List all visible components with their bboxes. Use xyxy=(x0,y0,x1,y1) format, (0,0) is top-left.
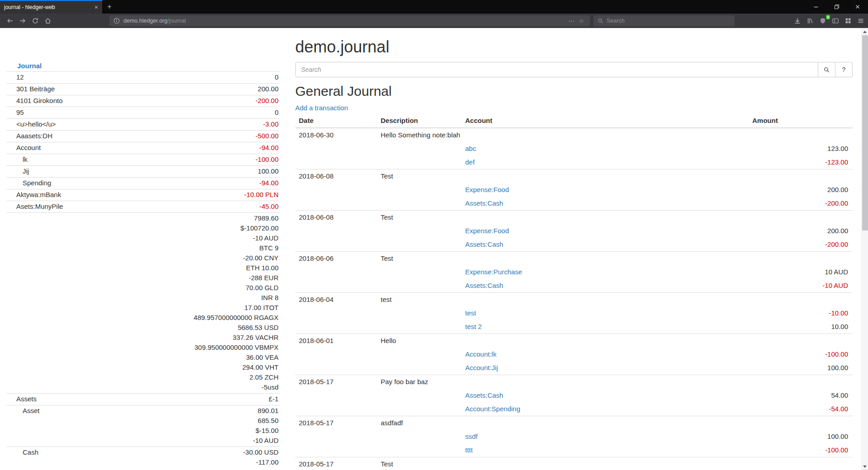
sidebar-toggle-button[interactable] xyxy=(829,14,842,27)
back-button[interactable] xyxy=(4,14,16,27)
posting-row: Assets:Cash-200.00 xyxy=(295,238,853,252)
library-icon xyxy=(807,17,814,24)
posting-account-link[interactable]: abc xyxy=(465,145,476,152)
account-row: Jij100.00 xyxy=(6,165,279,177)
balance-amount: -10 AUD xyxy=(253,436,278,446)
posting-date-spacer xyxy=(295,306,377,320)
posting-desc-spacer xyxy=(377,389,462,402)
account-row: Asets:MunyPile-45.00 xyxy=(6,201,279,212)
scroll-down-button[interactable] xyxy=(862,463,868,470)
account-link[interactable]: <u>hello</u> xyxy=(6,119,263,129)
account-link[interactable]: 301 Beiträge xyxy=(6,84,258,94)
extension-button[interactable]: 0 xyxy=(816,14,829,27)
account-link[interactable]: Asets:MunyPile xyxy=(6,202,259,212)
transaction-amount-spacer xyxy=(749,252,853,266)
posting-account-link[interactable]: Account:Jij xyxy=(465,364,498,371)
account-row: Cash-30.00 USD-117.00 xyxy=(6,446,279,468)
new-tab-button[interactable]: + xyxy=(102,0,117,14)
home-icon xyxy=(44,17,52,24)
close-window-button[interactable] xyxy=(847,0,868,14)
library-button[interactable] xyxy=(804,14,816,27)
search-button[interactable] xyxy=(818,62,835,77)
transaction-row[interactable]: 2018-06-01Hello xyxy=(295,334,853,348)
account-link[interactable]: Aaasets:DH xyxy=(6,131,255,141)
posting-account-link[interactable]: Assets:Cash xyxy=(465,282,503,289)
scrollbar[interactable] xyxy=(861,28,868,470)
balance-amount: INR 8 xyxy=(193,293,278,303)
home-button[interactable] xyxy=(42,14,54,27)
transaction-description: test xyxy=(377,293,749,307)
posting-date-spacer xyxy=(295,224,377,238)
transaction-row[interactable]: 2018-05-17Pay foo bar baz xyxy=(295,375,853,389)
account-link[interactable]: Aktywa:mBank xyxy=(6,190,244,200)
posting-account-link[interactable]: test xyxy=(465,309,476,317)
posting-account-link[interactable]: tttt xyxy=(465,446,473,454)
transaction-row[interactable]: 2018-06-06Test xyxy=(295,252,853,266)
posting-account-link[interactable]: Assets:Cash xyxy=(465,391,503,399)
posting-amount: -200.00 xyxy=(749,238,853,252)
account-link[interactable]: Cash xyxy=(6,447,243,457)
balance-amount: -100.00 xyxy=(255,155,278,164)
account-link[interactable]: lk xyxy=(6,155,255,164)
posting-account-link[interactable]: Account:Spending xyxy=(465,405,520,413)
account-row: Assets£-1 xyxy=(6,393,279,405)
account-link[interactable]: Spending xyxy=(6,178,259,188)
posting-account-link[interactable]: Expense:Food xyxy=(465,227,509,235)
balance-amount: BTC 9 xyxy=(193,243,278,253)
site-info-icon[interactable] xyxy=(113,17,120,24)
address-bar[interactable]: demo.hledger.org/journal ⋯ ☆ xyxy=(109,15,590,26)
posting-account-link[interactable]: Expense:Food xyxy=(465,186,509,193)
posting-row: Expense:Food200.00 xyxy=(295,183,853,197)
account-link[interactable]: Assets xyxy=(6,394,269,404)
scroll-up-button[interactable] xyxy=(862,28,868,35)
balance-amount: -500.00 xyxy=(255,131,278,141)
posting-account-link[interactable]: test 2 xyxy=(465,323,482,330)
account-link[interactable]: 95 xyxy=(6,108,275,118)
minimize-button[interactable] xyxy=(806,0,826,14)
account-link[interactable]: Account xyxy=(6,143,259,153)
grid-button[interactable] xyxy=(842,14,854,27)
posting-account-link[interactable]: Account:lk xyxy=(465,350,496,358)
posting-account-link[interactable]: Expense:Purchase xyxy=(465,268,522,276)
browser-search-field[interactable]: Search xyxy=(594,15,735,26)
posting-desc-spacer xyxy=(377,430,462,443)
transaction-row[interactable]: 2018-06-04test xyxy=(295,293,853,307)
magnifier-icon xyxy=(823,66,830,73)
bookmark-star-icon[interactable]: ☆ xyxy=(576,18,586,24)
help-button[interactable]: ? xyxy=(835,62,853,77)
scrollbar-thumb[interactable] xyxy=(862,35,868,230)
posting-account-link[interactable]: Assets:Cash xyxy=(465,199,503,207)
restore-button[interactable] xyxy=(826,0,847,14)
transaction-row[interactable]: 2018-05-17asdfadf xyxy=(295,416,853,430)
account-balances: £-1 xyxy=(269,394,279,404)
balance-amount: 0 xyxy=(275,108,278,118)
account-link[interactable]: 4101 Girokonto xyxy=(6,96,255,106)
transaction-row[interactable]: 2018-06-08Test xyxy=(295,211,853,225)
transaction-description: Test xyxy=(377,211,749,225)
account-link[interactable]: Asset xyxy=(6,406,253,416)
page-actions-icon[interactable]: ⋯ xyxy=(566,18,576,24)
transaction-row[interactable]: 2018-06-08Test xyxy=(295,169,853,183)
active-tab[interactable]: journal - hledger-web × xyxy=(0,0,102,14)
account-link[interactable]: 12 xyxy=(6,72,275,82)
account-row: lk-100.00 xyxy=(6,154,279,165)
transaction-row[interactable]: 2018-06-30Hello Something note:blah xyxy=(295,128,853,142)
navigation-toolbar: demo.hledger.org/journal ⋯ ☆ Search 0 xyxy=(0,14,868,28)
reload-button[interactable] xyxy=(29,14,42,27)
menu-button[interactable] xyxy=(854,14,867,27)
account-link[interactable]: Jij xyxy=(6,166,258,176)
posting-account-cell: tttt xyxy=(462,443,749,457)
add-transaction-link[interactable]: Add a transaction xyxy=(295,104,348,112)
posting-account-link[interactable]: def xyxy=(465,158,475,166)
tab-close-icon[interactable]: × xyxy=(94,4,98,11)
posting-account-link[interactable]: ssdf xyxy=(465,432,478,440)
posting-desc-spacer xyxy=(377,224,462,238)
journal-nav-link[interactable]: Journal xyxy=(17,62,42,70)
forward-button[interactable] xyxy=(16,14,29,27)
downloads-button[interactable] xyxy=(791,14,804,27)
posting-account-link[interactable]: Assets:Cash xyxy=(465,240,503,248)
search-input[interactable] xyxy=(295,62,818,77)
transaction-row[interactable]: 2018-05-17Test xyxy=(295,457,853,470)
account-row: 7989.60$-100720.00-10 AUDBTC 9-20.00 CNY… xyxy=(6,212,279,393)
posting-desc-spacer xyxy=(377,306,462,320)
